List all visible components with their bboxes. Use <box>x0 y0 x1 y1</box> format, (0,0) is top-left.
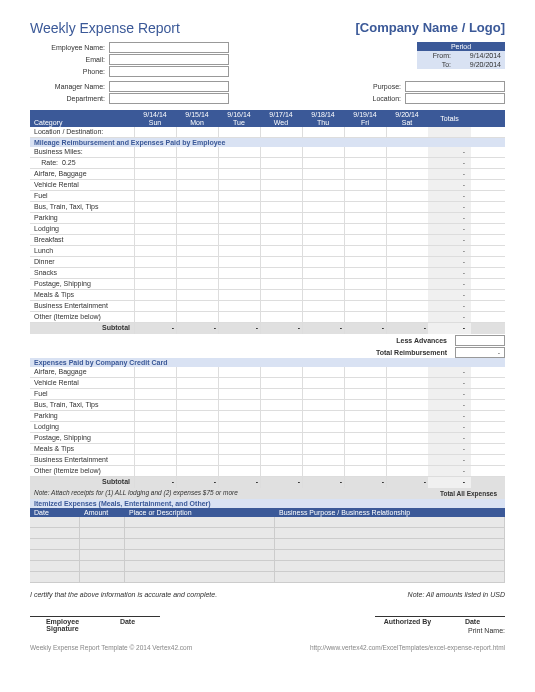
expense-cell[interactable] <box>134 246 176 256</box>
expense-cell[interactable] <box>218 444 260 454</box>
expense-cell[interactable] <box>302 257 344 267</box>
expense-cell[interactable] <box>386 312 428 322</box>
expense-cell[interactable] <box>260 455 302 465</box>
expense-cell[interactable]: - <box>344 477 386 488</box>
expense-cell[interactable] <box>344 279 386 289</box>
expense-cell[interactable] <box>302 400 344 410</box>
expense-cell[interactable] <box>386 400 428 410</box>
expense-cell[interactable] <box>134 202 176 212</box>
expense-cell[interactable] <box>176 301 218 311</box>
expense-cell[interactable] <box>344 158 386 168</box>
expense-cell[interactable] <box>134 235 176 245</box>
expense-cell[interactable] <box>386 246 428 256</box>
expense-cell[interactable] <box>302 301 344 311</box>
expense-cell[interactable] <box>218 147 260 157</box>
expense-cell[interactable] <box>134 444 176 454</box>
expense-cell[interactable] <box>176 191 218 201</box>
expense-cell[interactable] <box>344 191 386 201</box>
expense-cell[interactable] <box>218 411 260 421</box>
expense-cell[interactable] <box>176 279 218 289</box>
expense-cell[interactable] <box>260 444 302 454</box>
expense-cell[interactable] <box>386 191 428 201</box>
expense-cell[interactable] <box>302 411 344 421</box>
expense-cell[interactable] <box>176 224 218 234</box>
expense-cell[interactable] <box>260 312 302 322</box>
expense-cell[interactable] <box>260 301 302 311</box>
expense-cell[interactable] <box>134 147 176 157</box>
expense-cell[interactable] <box>176 378 218 388</box>
expense-cell[interactable] <box>176 290 218 300</box>
expense-cell[interactable] <box>176 202 218 212</box>
expense-cell[interactable] <box>386 127 428 137</box>
expense-cell[interactable] <box>218 213 260 223</box>
expense-cell[interactable] <box>302 202 344 212</box>
expense-cell[interactable] <box>344 224 386 234</box>
expense-cell[interactable] <box>344 268 386 278</box>
expense-cell[interactable] <box>386 301 428 311</box>
expense-cell[interactable] <box>134 455 176 465</box>
expense-cell[interactable] <box>176 466 218 476</box>
expense-cell[interactable] <box>176 389 218 399</box>
expense-cell[interactable]: - <box>218 323 260 334</box>
expense-cell[interactable] <box>302 169 344 179</box>
expense-cell[interactable] <box>134 378 176 388</box>
location-input[interactable] <box>405 93 505 104</box>
expense-cell[interactable] <box>176 213 218 223</box>
expense-cell[interactable] <box>218 455 260 465</box>
expense-cell[interactable] <box>302 158 344 168</box>
expense-cell[interactable] <box>302 290 344 300</box>
expense-cell[interactable] <box>386 422 428 432</box>
expense-cell[interactable] <box>218 169 260 179</box>
expense-cell[interactable] <box>302 389 344 399</box>
expense-cell[interactable] <box>134 290 176 300</box>
expense-cell[interactable] <box>176 235 218 245</box>
expense-cell[interactable] <box>302 191 344 201</box>
expense-cell[interactable] <box>176 180 218 190</box>
expense-cell[interactable] <box>260 433 302 443</box>
expense-cell[interactable] <box>344 235 386 245</box>
manager-input[interactable] <box>109 81 229 92</box>
expense-cell[interactable] <box>302 213 344 223</box>
expense-cell[interactable] <box>344 301 386 311</box>
expense-cell[interactable] <box>134 389 176 399</box>
expense-cell[interactable] <box>218 367 260 377</box>
expense-cell[interactable] <box>386 257 428 267</box>
expense-cell[interactable] <box>386 180 428 190</box>
expense-cell[interactable] <box>302 268 344 278</box>
expense-cell[interactable] <box>218 422 260 432</box>
expense-cell[interactable] <box>344 444 386 454</box>
expense-cell[interactable] <box>134 268 176 278</box>
expense-cell[interactable] <box>176 147 218 157</box>
expense-cell[interactable] <box>176 257 218 267</box>
expense-cell[interactable] <box>134 191 176 201</box>
expense-cell[interactable] <box>344 246 386 256</box>
expense-cell[interactable]: - <box>302 323 344 334</box>
expense-cell[interactable] <box>176 455 218 465</box>
expense-cell[interactable] <box>260 466 302 476</box>
expense-cell[interactable] <box>302 455 344 465</box>
expense-cell[interactable] <box>218 235 260 245</box>
expense-cell[interactable] <box>344 455 386 465</box>
expense-cell[interactable] <box>260 224 302 234</box>
expense-cell[interactable] <box>260 147 302 157</box>
expense-cell[interactable] <box>218 301 260 311</box>
expense-cell[interactable] <box>302 378 344 388</box>
expense-cell[interactable] <box>134 301 176 311</box>
expense-cell[interactable] <box>260 400 302 410</box>
expense-cell[interactable] <box>344 378 386 388</box>
itemized-row[interactable] <box>30 550 505 561</box>
expense-cell[interactable] <box>386 433 428 443</box>
expense-cell[interactable] <box>218 290 260 300</box>
expense-cell[interactable] <box>134 257 176 267</box>
purpose-input[interactable] <box>405 81 505 92</box>
expense-cell[interactable] <box>386 279 428 289</box>
expense-cell[interactable] <box>218 257 260 267</box>
expense-cell[interactable]: - <box>134 323 176 334</box>
expense-cell[interactable] <box>260 127 302 137</box>
expense-cell[interactable] <box>344 169 386 179</box>
expense-cell[interactable]: - <box>176 477 218 488</box>
expense-cell[interactable] <box>260 422 302 432</box>
expense-cell[interactable] <box>176 411 218 421</box>
expense-cell[interactable] <box>176 268 218 278</box>
expense-cell[interactable] <box>218 180 260 190</box>
